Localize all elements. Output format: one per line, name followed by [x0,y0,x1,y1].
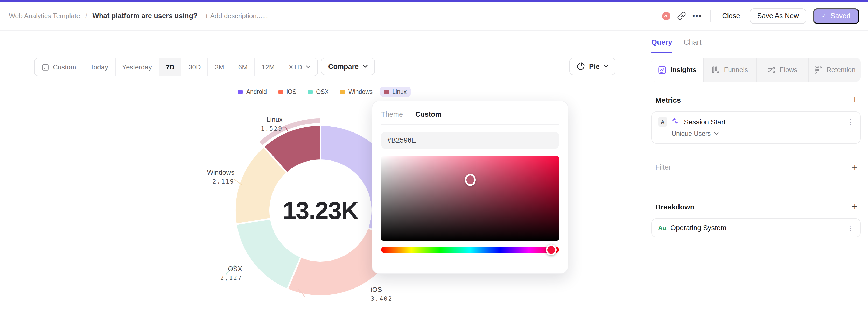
breakdown-card[interactable]: Aa Operating System ⋮ [651,218,861,237]
analysis-mode-tabs: Insights Funnels Flows [651,58,861,82]
slice-label-windows: Windows 2,119 [171,168,235,185]
tab-chart[interactable]: Chart [684,31,701,53]
more-options-icon[interactable]: ••• [692,12,702,20]
metrics-heading: Metrics [655,96,681,104]
hex-color-input[interactable]: #B2596E [381,132,559,149]
saturation-gradient-area[interactable] [381,156,559,240]
tab-custom[interactable]: Custom [415,110,441,118]
tab-query[interactable]: Query [651,31,672,53]
avatar[interactable]: VS [662,12,670,20]
filter-section-header: Filter + [651,162,861,172]
breakdown-menu-icon[interactable]: ⋮ [847,224,854,231]
slice-label-linux: Linux 1,529 [220,116,283,132]
tab-theme[interactable]: Theme [381,110,403,118]
add-breakdown-button[interactable]: + [852,202,858,212]
share-link-icon[interactable] [677,11,686,20]
hue-slider-thumb[interactable] [546,245,556,255]
add-description-button[interactable]: + Add description...... [205,12,268,20]
session-start-icon [672,118,680,126]
slice-label-ios: iOS 3,402 [371,286,433,302]
gradient-marker[interactable] [465,174,475,186]
close-button[interactable]: Close [719,10,743,22]
breakdown-label: Operating System [671,224,726,232]
saved-button[interactable]: ✓ Saved [813,8,859,24]
aggregation-dropdown[interactable]: Unique Users [672,130,854,137]
breadcrumb-root-link[interactable]: Web Analytics Template [9,12,80,20]
metric-series-badge: A [658,117,667,127]
breadcrumb-separator: / [85,12,87,20]
query-sidebar: Query Chart Insights [645,31,868,323]
color-picker-popover: Theme Custom #B2596E [372,101,568,274]
filter-heading: Filter [655,163,671,171]
donut-center-total: 13.23K [283,196,358,225]
chart-canvas: Custom Today Yesterday 7D 30D 3M 6M 12M … [0,31,645,323]
sidebar-tabs: Query Chart [651,31,861,54]
add-filter-button[interactable]: + [852,162,858,172]
mode-tab-funnels[interactable]: Funnels [703,58,756,82]
chevron-down-icon [714,132,718,135]
retention-icon [814,66,823,74]
hue-slider[interactable] [381,247,559,253]
add-metric-button[interactable]: + [852,95,858,105]
app-window: Web Analytics Template / What platform a… [0,0,868,323]
metric-card[interactable]: A Session Start ⋮ Unique Users [651,111,861,143]
breakdown-section-header: Breakdown + [651,202,861,212]
page-title[interactable]: What platform are users using? [92,12,197,20]
metric-label: Session Start [684,118,726,126]
metric-menu-icon[interactable]: ⋮ [847,118,854,126]
breakdown-heading: Breakdown [655,202,694,211]
donut-slice-osx [236,219,301,289]
header-actions: VS ••• Close Save As New ✓ Saved [662,8,859,24]
string-property-icon: Aa [658,224,666,231]
header: Web Analytics Template / What platform a… [0,2,868,31]
insights-icon [658,66,666,74]
check-icon: ✓ [822,12,826,19]
flows-icon [767,66,775,74]
mode-tab-flows[interactable]: Flows [756,58,808,82]
color-picker-tabs: Theme Custom [381,110,559,118]
slice-label-osx: OSX 2,127 [179,265,242,282]
mode-tab-retention[interactable]: Retention [808,58,861,82]
mode-tab-insights[interactable]: Insights [651,58,703,82]
picker-divider [381,124,559,125]
saved-button-label: Saved [830,12,850,20]
save-as-new-button[interactable]: Save As New [750,8,806,24]
metrics-section-header: Metrics + [651,95,861,105]
header-divider [710,10,711,22]
breadcrumb: Web Analytics Template / What platform a… [9,12,268,20]
funnels-icon [712,66,720,74]
